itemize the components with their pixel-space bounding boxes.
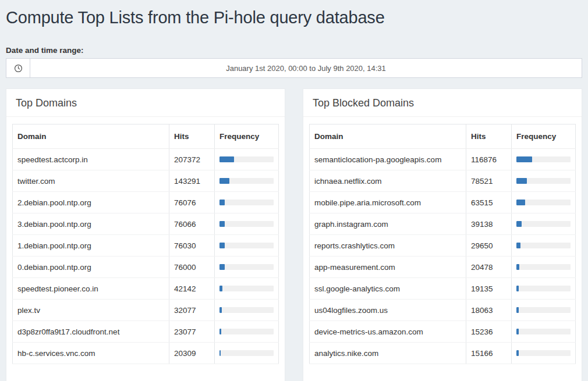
- frequency-cell: [512, 149, 576, 170]
- table-row: reports.crashlytics.com29650: [310, 235, 576, 257]
- table-row: analytics.nike.com15166: [310, 343, 576, 364]
- frequency-bar-fill: [516, 221, 522, 227]
- frequency-cell: [512, 213, 576, 235]
- hits-cell: 15166: [466, 343, 512, 364]
- frequency-bar-fill: [219, 200, 225, 205]
- table-row: semanticlocation-pa.googleapis.com116876: [310, 149, 576, 170]
- table-row: speedtest.pioneer.co.in42142: [13, 278, 279, 300]
- column-header-domain: Domain: [13, 124, 169, 149]
- hits-cell: 23077: [169, 321, 215, 343]
- table-row: mobile.pipe.aria.microsoft.com63515: [310, 192, 576, 213]
- domain-cell: 3.debian.pool.ntp.org: [13, 213, 169, 235]
- page-content: Compute Top Lists from the Pi-hole query…: [0, 8, 588, 381]
- frequency-cell: [512, 257, 576, 278]
- frequency-bar-fill: [219, 156, 234, 162]
- hits-cell: 76030: [169, 235, 215, 257]
- table-row: us04logfiles.zoom.us18063: [310, 300, 576, 321]
- hits-cell: 42142: [169, 278, 215, 300]
- hits-cell: 207372: [169, 149, 215, 170]
- panel-title: Top Domains: [16, 97, 77, 109]
- table-row: plex.tv32077: [13, 300, 279, 321]
- panel-title: Top Blocked Domains: [313, 97, 414, 109]
- date-range-input[interactable]: [30, 58, 582, 78]
- domain-cell: 1.debian.pool.ntp.org: [13, 235, 169, 257]
- frequency-bar-fill: [516, 307, 519, 313]
- column-header-hits: Hits: [466, 124, 512, 149]
- column-header-hits: Hits: [169, 124, 215, 149]
- frequency-bar-fill: [516, 350, 519, 356]
- hits-cell: 76066: [169, 213, 215, 235]
- frequency-cell: [512, 300, 576, 321]
- domain-cell: device-metrics-us.amazon.com: [310, 321, 466, 343]
- table-row: ichnaea.netflix.com78521: [310, 170, 576, 192]
- domain-cell: speedtest.pioneer.co.in: [13, 278, 169, 300]
- table-row: twitter.com143291: [13, 170, 279, 192]
- date-range-picker[interactable]: [6, 58, 582, 78]
- table-row: 0.debian.pool.ntp.org76000: [13, 257, 279, 278]
- frequency-bar-fill: [516, 264, 519, 270]
- frequency-bar-track: [516, 329, 571, 334]
- domain-cell: twitter.com: [13, 170, 169, 192]
- frequency-bar-track: [516, 286, 571, 291]
- domain-cell: 2.debian.pool.ntp.org: [13, 192, 169, 213]
- frequency-bar-track: [219, 200, 274, 205]
- table-row: speedtest.actcorp.in207372: [13, 149, 279, 170]
- table-header-row: Domain Hits Frequency: [310, 124, 576, 149]
- table-row: device-metrics-us.amazon.com15236: [310, 321, 576, 343]
- hits-cell: 29650: [466, 235, 512, 257]
- panel-body: Domain Hits Frequency semanticlocation-p…: [303, 117, 582, 371]
- frequency-bar-track: [516, 350, 571, 356]
- frequency-bar-fill: [219, 178, 229, 184]
- clock-icon[interactable]: [6, 58, 30, 78]
- frequency-bar-fill: [516, 329, 519, 334]
- panel-header: Top Domains: [6, 89, 285, 117]
- hits-cell: 18063: [466, 300, 512, 321]
- frequency-bar-fill: [219, 286, 222, 291]
- domain-cell: reports.crashlytics.com: [310, 235, 466, 257]
- frequency-cell: [215, 235, 279, 257]
- frequency-cell: [512, 235, 576, 257]
- hits-cell: 76000: [169, 257, 215, 278]
- frequency-bar-track: [516, 307, 571, 313]
- top-domains-panel: Top Domains Domain Hits Frequency speedt…: [6, 88, 285, 381]
- top-blocked-domains-panel: Top Blocked Domains Domain Hits Frequenc…: [303, 88, 582, 381]
- frequency-cell: [512, 343, 576, 364]
- frequency-bar-track: [516, 221, 571, 227]
- domain-cell: speedtest.actcorp.in: [13, 149, 169, 170]
- frequency-cell: [215, 300, 279, 321]
- frequency-bar-fill: [516, 200, 525, 205]
- frequency-cell: [215, 170, 279, 192]
- domain-cell: plex.tv: [13, 300, 169, 321]
- frequency-bar-track: [219, 286, 274, 291]
- frequency-cell: [215, 149, 279, 170]
- hits-cell: 15236: [466, 321, 512, 343]
- frequency-bar-track: [516, 243, 571, 248]
- column-header-frequency: Frequency: [512, 124, 576, 149]
- table-row: 2.debian.pool.ntp.org76076: [13, 192, 279, 213]
- hits-cell: 63515: [466, 192, 512, 213]
- domain-cell: semanticlocation-pa.googleapis.com: [310, 149, 466, 170]
- frequency-bar-track: [219, 264, 274, 270]
- hits-cell: 116876: [466, 149, 512, 170]
- table-row: graph.instagram.com39138: [310, 213, 576, 235]
- column-header-frequency: Frequency: [215, 124, 279, 149]
- frequency-cell: [215, 257, 279, 278]
- frequency-bar-fill: [219, 264, 225, 270]
- frequency-bar-fill: [516, 243, 520, 248]
- frequency-bar-fill: [219, 243, 225, 248]
- frequency-cell: [215, 321, 279, 343]
- domain-cell: us04logfiles.zoom.us: [310, 300, 466, 321]
- domain-cell: hb-c.services.vnc.com: [13, 343, 169, 364]
- hits-cell: 19135: [466, 278, 512, 300]
- frequency-bar-track: [219, 350, 274, 356]
- table-row: hb-c.services.vnc.com20309: [13, 343, 279, 364]
- table-row: app-measurement.com20478: [310, 257, 576, 278]
- frequency-bar-track: [219, 156, 274, 162]
- frequency-cell: [512, 192, 576, 213]
- frequency-bar-track: [516, 264, 571, 270]
- panel-body: Domain Hits Frequency speedtest.actcorp.…: [6, 117, 285, 371]
- domain-cell: 0.debian.pool.ntp.org: [13, 257, 169, 278]
- page-title: Compute Top Lists from the Pi-hole query…: [6, 8, 582, 27]
- frequency-cell: [215, 278, 279, 300]
- panels-row: Top Domains Domain Hits Frequency speedt…: [6, 88, 582, 381]
